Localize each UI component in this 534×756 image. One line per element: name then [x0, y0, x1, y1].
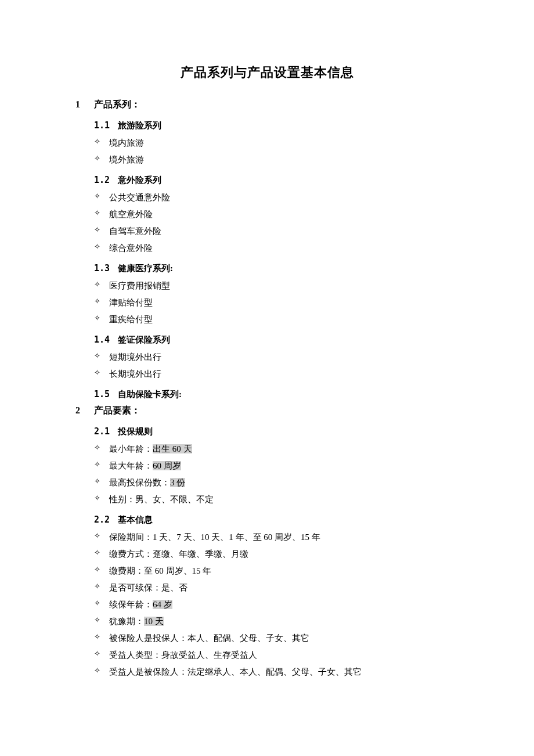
list-item: ✧最大年龄：60 周岁	[94, 459, 459, 473]
subsection-title: 旅游险系列	[118, 121, 161, 130]
item-label: 续保年龄：	[109, 600, 153, 609]
diamond-bullet-icon: ✧	[94, 476, 109, 489]
list-item: ✧是否可续保：是、否	[94, 581, 459, 595]
subsection-title: 自助保险卡系列:	[118, 390, 182, 399]
list-item: ✧津贴给付型	[94, 296, 459, 309]
diamond-bullet-icon: ✧	[94, 153, 109, 167]
highlighted-value: 60 周岁	[153, 461, 181, 470]
subsection-2-2-heading: 2.2基本信息	[94, 514, 459, 525]
list-item: ✧重疾给付型	[94, 312, 459, 326]
subsection-title: 意外险系列	[118, 175, 161, 185]
section-number: 1	[75, 99, 94, 110]
list-item: ✧综合意外险	[94, 241, 459, 255]
diamond-bullet-icon: ✧	[94, 136, 109, 150]
item-text: 被保险人是投保人：本人、配偶、父母、子女、其它	[109, 631, 459, 645]
diamond-bullet-icon: ✧	[94, 581, 109, 595]
item-text: 航空意外险	[109, 207, 459, 221]
subsection-title: 签证保险系列	[118, 335, 170, 344]
list-item: ✧性别：男、女、不限、不定	[94, 492, 459, 506]
list-item: ✧境内旅游	[94, 136, 459, 150]
subsection-number: 1.1	[94, 120, 110, 131]
item-text: 长期境外出行	[109, 367, 459, 381]
page-title: 产品系列与产品设置基本信息	[75, 64, 459, 81]
list-item: ✧续保年龄：64 岁	[94, 597, 459, 611]
item-text: 自驾车意外险	[109, 224, 459, 238]
subsection-1-1-heading: 1.1旅游险系列	[94, 120, 459, 131]
item-label: 最小年龄：	[109, 444, 153, 453]
subsection-title: 基本信息	[118, 515, 153, 524]
list-item: ✧缴费方式：趸缴、年缴、季缴、月缴	[94, 547, 459, 561]
item-text: 津贴给付型	[109, 296, 459, 309]
item-text: 最高投保份数：3 份	[109, 476, 459, 489]
item-text: 最大年龄：60 周岁	[109, 459, 459, 473]
diamond-bullet-icon: ✧	[94, 614, 109, 628]
subsection-number: 1.2	[94, 175, 110, 185]
list-item: ✧长期境外出行	[94, 367, 459, 381]
subsection-number: 2.1	[94, 426, 110, 437]
diamond-bullet-icon: ✧	[94, 190, 109, 204]
list-item: ✧最小年龄：出生 60 天	[94, 442, 459, 456]
section-1-heading: 1产品系列：	[75, 99, 459, 111]
item-text: 性别：男、女、不限、不定	[109, 492, 459, 506]
subsection-1-5-heading: 1.5自助保险卡系列:	[94, 389, 459, 400]
list-item: ✧缴费期：至 60 周岁、15 年	[94, 564, 459, 578]
section-number: 2	[75, 405, 94, 416]
diamond-bullet-icon: ✧	[94, 547, 109, 561]
item-text: 综合意外险	[109, 241, 459, 255]
diamond-bullet-icon: ✧	[94, 296, 109, 309]
list-item: ✧医疗费用报销型	[94, 279, 459, 293]
highlighted-value: 3 份	[170, 478, 185, 487]
subsection-number: 2.2	[94, 514, 110, 525]
subsection-number: 1.5	[94, 389, 110, 399]
subsection-1-3-heading: 1.3健康医疗系列:	[94, 263, 459, 274]
item-text: 境内旅游	[109, 136, 459, 150]
subsection-2-1-heading: 2.1投保规则	[94, 426, 459, 437]
diamond-bullet-icon: ✧	[94, 530, 109, 544]
item-text: 境外旅游	[109, 153, 459, 167]
item-text: 受益人是被保险人：法定继承人、本人、配偶、父母、子女、其它	[109, 665, 459, 679]
section-2-heading: 2产品要素：	[75, 405, 459, 417]
diamond-bullet-icon: ✧	[94, 224, 109, 238]
item-text: 保险期间：1 天、7 天、10 天、1 年、至 60 周岁、15 年	[109, 530, 459, 544]
diamond-bullet-icon: ✧	[94, 492, 109, 506]
diamond-bullet-icon: ✧	[94, 648, 109, 662]
item-text: 公共交通意外险	[109, 190, 459, 204]
diamond-bullet-icon: ✧	[94, 564, 109, 578]
subsection-title: 健康医疗系列:	[118, 264, 173, 273]
item-text: 医疗费用报销型	[109, 279, 459, 293]
list-item: ✧境外旅游	[94, 153, 459, 167]
section-title: 产品要素：	[94, 405, 140, 415]
list-item: ✧受益人类型：身故受益人、生存受益人	[94, 648, 459, 662]
item-label: 犹豫期：	[109, 617, 144, 626]
subsection-number: 1.4	[94, 334, 110, 345]
item-text: 是否可续保：是、否	[109, 581, 459, 595]
diamond-bullet-icon: ✧	[94, 442, 109, 456]
list-item: ✧公共交通意外险	[94, 190, 459, 204]
list-item: ✧短期境外出行	[94, 350, 459, 364]
item-text: 最小年龄：出生 60 天	[109, 442, 459, 456]
diamond-bullet-icon: ✧	[94, 631, 109, 645]
subsection-title: 投保规则	[118, 427, 153, 436]
list-item: ✧受益人是被保险人：法定继承人、本人、配偶、父母、子女、其它	[94, 665, 459, 679]
list-item: ✧航空意外险	[94, 207, 459, 221]
item-label: 最高投保份数：	[109, 478, 170, 487]
list-item: ✧自驾车意外险	[94, 224, 459, 238]
item-text: 短期境外出行	[109, 350, 459, 364]
list-item: ✧犹豫期：10 天	[94, 614, 459, 628]
item-label: 最大年龄：	[109, 461, 153, 470]
diamond-bullet-icon: ✧	[94, 665, 109, 679]
subsection-1-2-heading: 1.2意外险系列	[94, 175, 459, 186]
item-text: 续保年龄：64 岁	[109, 597, 459, 611]
diamond-bullet-icon: ✧	[94, 597, 109, 611]
list-item: ✧被保险人是投保人：本人、配偶、父母、子女、其它	[94, 631, 459, 645]
list-item: ✧保险期间：1 天、7 天、10 天、1 年、至 60 周岁、15 年	[94, 530, 459, 544]
list-item: ✧最高投保份数：3 份	[94, 476, 459, 489]
diamond-bullet-icon: ✧	[94, 312, 109, 326]
highlighted-value: 64 岁	[153, 600, 172, 609]
diamond-bullet-icon: ✧	[94, 241, 109, 255]
highlighted-value: 10 天	[144, 617, 164, 626]
diamond-bullet-icon: ✧	[94, 459, 109, 473]
item-text: 受益人类型：身故受益人、生存受益人	[109, 648, 459, 662]
diamond-bullet-icon: ✧	[94, 207, 109, 221]
item-text: 缴费方式：趸缴、年缴、季缴、月缴	[109, 547, 459, 561]
